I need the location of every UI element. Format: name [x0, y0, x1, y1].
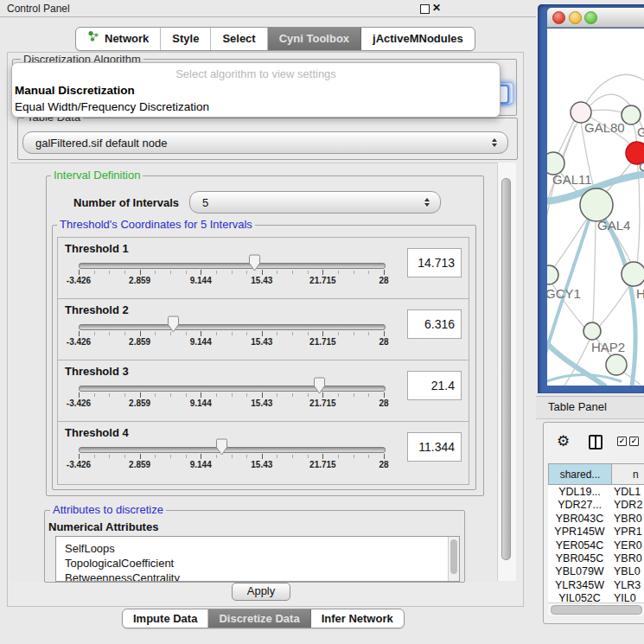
tick-minor — [246, 455, 247, 458]
tab-jactivemnodules[interactable]: jActiveMNodules — [361, 28, 475, 50]
thresholds-group-title: Threshold's Coordinates for 5 Intervals — [57, 219, 255, 230]
list-scrollbar[interactable] — [448, 537, 459, 581]
tab-impute-data[interactable]: Impute Data — [123, 609, 208, 628]
cell-shared-name: YIL052C — [548, 592, 611, 603]
close-traffic-light-icon[interactable] — [552, 11, 565, 24]
vertical-scrollbar[interactable] — [497, 163, 516, 581]
table-row[interactable]: YER054CYER0 — [548, 539, 644, 552]
cell-name: YDL1 — [614, 486, 641, 499]
zoom-traffic-light-icon[interactable] — [584, 11, 597, 24]
tick-major — [79, 331, 80, 336]
checkbox-icon[interactable]: ✓ — [617, 437, 627, 446]
slider-track[interactable] — [79, 324, 386, 330]
attributes-listbox[interactable]: SelfLoopsTopologicalCoefficientBetweenne… — [55, 536, 460, 582]
attributes-group-title: Attributes to discretize — [50, 504, 166, 515]
tab-select[interactable]: Select — [211, 28, 267, 50]
tick-minor — [292, 393, 293, 397]
algorithm-dropdown-popup: Select algorithm to view settings Manual… — [11, 62, 501, 118]
tab-style[interactable]: Style — [161, 28, 211, 50]
column-header-shared-name[interactable]: shared... — [548, 463, 612, 485]
slider-track[interactable] — [79, 263, 386, 269]
num-intervals-label: Number of Intervals — [73, 196, 179, 209]
table-row[interactable]: YBR045CYBR0 — [548, 552, 644, 565]
tick-minor — [170, 271, 171, 274]
close-icon[interactable]: ✕ — [432, 2, 441, 14]
num-intervals-combobox[interactable]: 5 — [189, 191, 441, 214]
table-row[interactable]: YPR145WYPR1 — [548, 526, 644, 539]
list-item[interactable]: BetweennessCentrality — [56, 571, 459, 582]
vertical-scrollbar-thumb[interactable] — [501, 178, 511, 560]
tick-minor — [232, 393, 233, 397]
tick-minor — [338, 393, 339, 397]
tick-label: -3.426 — [57, 399, 100, 408]
tab-cyni-toolbox[interactable]: Cyni Toolbox — [268, 28, 361, 50]
tick-minor — [292, 332, 293, 335]
threshold-box: Threshold 4-3.4262.8599.14415.4321.71528… — [57, 421, 469, 485]
node-hap2 — [583, 322, 601, 340]
algorithm-option-manual-discretization[interactable]: Manual Discretization — [14, 83, 499, 99]
list-scrollbar-thumb[interactable] — [450, 539, 457, 574]
tick-minor — [109, 332, 110, 335]
network-window-titlebar[interactable] — [547, 8, 644, 28]
tick-label: 21.715 — [301, 460, 344, 469]
cell-name: YER0 — [614, 539, 642, 552]
cell-name: YIL0 — [614, 592, 636, 603]
tick-major — [262, 331, 263, 336]
tick-minor — [94, 271, 95, 274]
threshold-box: Threshold 1-3.4262.8599.14415.4321.71528… — [57, 237, 469, 301]
table-data-combobox[interactable]: galFiltered.sif default node — [22, 131, 508, 154]
threshold-label: Threshold 3 — [65, 365, 129, 378]
cell-shared-name: YPR145W — [548, 526, 611, 539]
apply-button[interactable]: Apply — [232, 583, 290, 601]
threshold-stack: Threshold 1-3.4262.8599.14415.4321.71528… — [57, 237, 469, 486]
threshold-value-field[interactable]: 6.316 — [407, 309, 462, 339]
gear-icon[interactable]: ⚙ — [557, 432, 570, 450]
checkbox-icon[interactable]: ✓ — [629, 437, 639, 446]
tick-minor — [94, 393, 95, 397]
list-item[interactable]: SelfLoops — [56, 541, 459, 556]
tab-infer-network[interactable]: Infer Network — [311, 609, 404, 628]
combo-stepper-icon — [492, 138, 497, 148]
table-row[interactable]: YIL052CYIL0 — [548, 592, 644, 603]
tick-minor — [246, 393, 247, 397]
threshold-value-field[interactable]: 11.344 — [407, 432, 462, 462]
tab-label: Network — [105, 29, 149, 49]
list-item[interactable]: TopologicalCoefficient — [56, 556, 459, 571]
table-row[interactable]: YBL079WYBL0 — [548, 565, 644, 578]
tab-discretize-data[interactable]: Discretize Data — [208, 609, 310, 628]
cell-shared-name: YLR345W — [548, 579, 611, 592]
tab-network[interactable]: Network — [76, 28, 161, 50]
slider-track[interactable] — [79, 447, 386, 453]
cell-name: YBR0 — [614, 552, 642, 565]
tick-minor — [155, 393, 156, 397]
tick-minor — [216, 332, 217, 335]
table-row[interactable]: YLR345WYLR3 — [548, 579, 644, 592]
tab-label: jActiveMNodules — [373, 29, 463, 49]
cell-name: YBR0 — [614, 513, 642, 526]
tick-minor — [338, 332, 339, 335]
threshold-value-field[interactable]: 21.4 — [407, 371, 462, 400]
slider-thumb[interactable] — [313, 377, 326, 394]
slider-thumb[interactable] — [167, 316, 180, 333]
tick-minor — [338, 455, 339, 458]
slider-thumb[interactable] — [215, 438, 228, 456]
threshold-value-field[interactable]: 14.713 — [407, 248, 462, 277]
algorithm-option-equal-width-frequency-discretization[interactable]: Equal Width/Frequency Discretization — [14, 99, 499, 115]
slider-thumb[interactable] — [248, 254, 261, 271]
tick-major — [79, 392, 80, 398]
horizontal-scrollbar-thumb[interactable] — [551, 605, 642, 615]
table-row[interactable]: YBR043CYBR0 — [548, 513, 644, 526]
table-row[interactable]: YDR27...YDR2 — [548, 499, 644, 512]
table-row[interactable]: YDL19...YDL1 — [548, 486, 644, 499]
tick-major — [262, 392, 263, 398]
tick-minor — [277, 271, 277, 274]
minimize-traffic-light-icon[interactable] — [569, 11, 582, 24]
node-pink — [571, 102, 591, 123]
network-canvas[interactable] — [547, 29, 644, 386]
float-window-icon[interactable] — [420, 4, 430, 14]
tick-major — [322, 454, 323, 459]
tick-major — [140, 270, 141, 275]
slider-track[interactable] — [79, 386, 386, 392]
column-header-name[interactable]: n — [611, 463, 644, 485]
columns-icon[interactable] — [589, 435, 603, 450]
